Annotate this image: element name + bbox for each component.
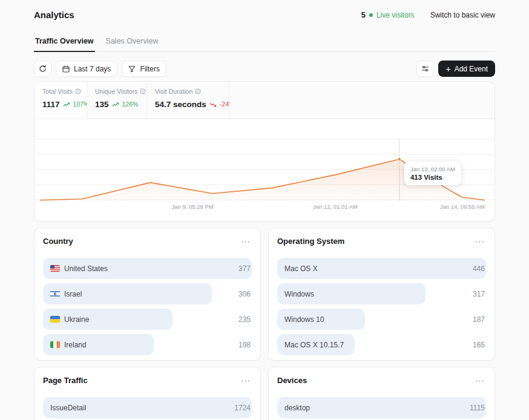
card-rows: IssueDetail 1724	[43, 397, 252, 420]
stat-visit-duration[interactable]: Visit Duration 54.7 seconds -24%	[147, 82, 229, 119]
breakdown-row: Ireland 198	[43, 334, 252, 355]
filter-funnel-icon	[128, 65, 136, 73]
stats-row: Total Visits 1117 107% Unique Visitors	[34, 82, 494, 119]
refresh-icon	[39, 65, 47, 73]
breakdown-value: 187	[473, 309, 485, 330]
tab-bar: Traffic Overview Sales Overview	[34, 33, 495, 52]
card-title: Page Traffic	[43, 376, 88, 385]
breakdown-value: 1115	[470, 397, 485, 418]
breakdown-cards-bottom: Page Traffic ··· IssueDetail 1724 Device…	[34, 367, 495, 420]
card-rows: Mac OS X 446 Windows 317 Windows 10 187 …	[277, 258, 486, 355]
us-flag-icon	[50, 265, 60, 272]
live-visitors-label: Live visitors	[376, 11, 415, 19]
live-visitors: 5 Live visitors	[361, 10, 415, 19]
svg-text:Jan 12, 01:01 AM: Jan 12, 01:01 AM	[313, 203, 358, 210]
traffic-chart-card: Total Visits 1117 107% Unique Visitors	[34, 81, 495, 221]
more-options-icon[interactable]: ···	[474, 237, 486, 246]
breakdown-row: Windows 317	[277, 283, 486, 304]
breakdown-value: 198	[238, 334, 251, 355]
add-event-label: Add Event	[455, 65, 488, 73]
toolbar-left: Last 7 days Filters	[34, 61, 166, 77]
stats-row-filler	[229, 82, 494, 119]
tooltip-value: 413 Visits	[410, 174, 455, 181]
calendar-icon	[62, 65, 70, 73]
date-range-label: Last 7 days	[74, 65, 111, 73]
page-header: Analytics 5 Live visitors Switch to basi…	[34, 0, 495, 20]
plus-icon: +	[445, 65, 450, 73]
live-visitors-count: 5	[361, 10, 366, 19]
trend-up-icon	[112, 99, 119, 110]
chart-settings-button[interactable]	[416, 61, 434, 77]
breakdown-value: 1724	[234, 397, 251, 418]
more-options-icon[interactable]: ···	[474, 376, 486, 385]
breakdown-value: 165	[473, 334, 485, 355]
chart-tooltip: Jan 13, 02:00 AM 413 Visits	[404, 162, 461, 185]
tab-traffic-overview[interactable]: Traffic Overview	[34, 33, 95, 51]
stat-label: Total Visits	[42, 88, 73, 95]
more-options-icon[interactable]: ···	[240, 376, 252, 385]
switch-to-basic-view-link[interactable]: Switch to basic view	[430, 11, 495, 19]
info-icon	[140, 88, 146, 94]
breakdown-label: Israel	[50, 283, 82, 304]
israel-flag-icon	[50, 290, 60, 297]
breakdown-label: Windows 10	[284, 309, 324, 330]
stat-value: 1117	[42, 100, 60, 109]
stat-value: 135	[95, 100, 109, 109]
breakdown-cards-top: Country ··· United States 377 Israel 306…	[34, 228, 495, 361]
breakdown-row: desktop 1115	[277, 397, 486, 418]
country-card: Country ··· United States 377 Israel 306…	[34, 228, 261, 361]
breakdown-value: 446	[473, 258, 485, 279]
breakdown-label: Mac OS X	[284, 258, 318, 279]
breakdown-row: United States 377	[43, 258, 252, 279]
trend-down-icon	[209, 99, 217, 110]
devices-card: Devices ··· desktop 1115	[268, 367, 495, 420]
header-right: 5 Live visitors Switch to basic view	[361, 10, 495, 19]
breakdown-row: IssueDetail 1724	[43, 397, 252, 418]
add-event-button[interactable]: + Add Event	[438, 61, 495, 77]
stat-label: Unique Visitors	[95, 88, 137, 95]
trend-up-icon	[63, 99, 70, 110]
page-traffic-card: Page Traffic ··· IssueDetail 1724	[34, 367, 261, 420]
info-icon	[195, 88, 201, 94]
ukraine-flag-icon	[50, 316, 60, 323]
toolbar: Last 7 days Filters	[34, 61, 495, 77]
info-icon	[75, 88, 81, 94]
breakdown-row: Windows 10 187	[277, 309, 486, 330]
breakdown-row: Israel 306	[43, 283, 252, 304]
toolbar-right: + Add Event	[416, 61, 495, 77]
card-rows: desktop 1115	[277, 397, 486, 418]
page-title: Analytics	[34, 10, 74, 20]
breakdown-label: United States	[50, 258, 108, 279]
breakdown-label: Windows	[284, 283, 314, 304]
breakdown-value: 317	[473, 283, 485, 304]
svg-text:Jan 14, 09:55 AM: Jan 14, 09:55 AM	[440, 203, 485, 210]
breakdown-row: Mac OS X 10.15.7 165	[277, 334, 486, 355]
tab-sales-overview[interactable]: Sales Overview	[105, 33, 160, 51]
live-status-dot-icon	[369, 13, 373, 17]
breakdown-label: IssueDetail	[50, 397, 86, 418]
ireland-flag-icon	[50, 341, 60, 348]
breakdown-row: Ukraine 235	[43, 309, 252, 330]
breakdown-value: 306	[238, 283, 251, 304]
card-title: Devices	[277, 376, 307, 385]
breakdown-value: 235	[238, 309, 251, 330]
date-range-button[interactable]: Last 7 days	[56, 61, 117, 77]
more-options-icon[interactable]: ···	[240, 237, 252, 246]
stat-label: Visit Duration	[155, 88, 192, 95]
card-title: Operating System	[277, 237, 344, 246]
svg-text:Jan 9, 05:28 PM: Jan 9, 05:28 PM	[172, 203, 214, 210]
sliders-icon	[421, 65, 429, 73]
breakdown-label: Ireland	[50, 334, 87, 355]
stat-trend: 126%	[122, 100, 139, 108]
breakdown-row: Mac OS X 446	[277, 258, 486, 279]
filters-button[interactable]: Filters	[122, 61, 166, 77]
card-title: Country	[43, 237, 73, 246]
stat-total-visits[interactable]: Total Visits 1117 107%	[34, 82, 87, 119]
visits-line-chart[interactable]: Jan 9, 05:28 PMJan 12, 01:01 AMJan 14, 0…	[34, 119, 494, 221]
refresh-button[interactable]	[34, 61, 51, 77]
tooltip-date: Jan 13, 02:00 AM	[410, 166, 455, 172]
breakdown-label: Ukraine	[50, 309, 89, 330]
stat-unique-visitors[interactable]: Unique Visitors 135 126%	[87, 82, 147, 119]
breakdown-label: desktop	[284, 397, 310, 418]
analytics-page: Analytics 5 Live visitors Switch to basi…	[0, 0, 529, 420]
